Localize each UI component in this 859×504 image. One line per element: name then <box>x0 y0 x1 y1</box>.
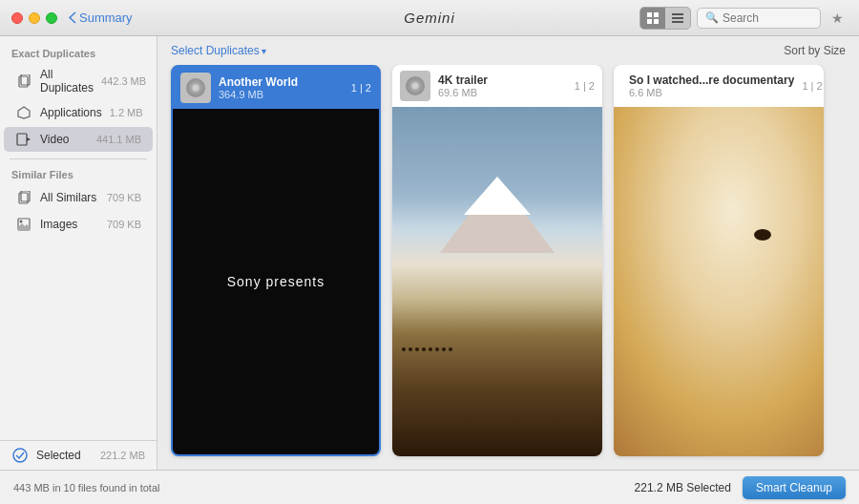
svg-rect-1 <box>654 12 659 17</box>
app-title-area: Gemini <box>404 10 455 26</box>
sidebar-label: All Similars <box>40 191 99 204</box>
card-preview <box>392 107 602 456</box>
minimize-button[interactable] <box>29 12 40 24</box>
card-header: So I watched...re documentary 6.6 MB 1 |… <box>614 65 824 107</box>
card-title: 4K trailer <box>438 74 567 87</box>
animal-dot <box>429 347 432 351</box>
sidebar-item-all-duplicates[interactable]: All Duplicates 442.3 MB <box>4 64 153 98</box>
view-toggle <box>639 7 691 30</box>
sidebar-label: Selected <box>36 449 93 462</box>
animal-dot <box>422 347 426 351</box>
search-icon: 🔍 <box>705 11 719 24</box>
status-right: 221.2 MB Selected Smart Cleanup <box>635 476 846 499</box>
app-icon <box>15 104 32 121</box>
card-title: So I watched...re documentary <box>629 74 794 87</box>
card-info: So I watched...re documentary 6.6 MB <box>629 74 794 98</box>
svg-rect-4 <box>672 13 683 15</box>
status-bar: 443 MB in 10 files found in total 221.2 … <box>0 470 859 504</box>
card-info: 4K trailer 69.6 MB <box>438 74 567 98</box>
checkmark-icon <box>11 447 29 464</box>
cards-grid: Another World 364.9 MB 1 | 2 Sony presen… <box>157 65 859 470</box>
svg-rect-10 <box>17 134 27 145</box>
svg-rect-3 <box>654 19 659 24</box>
animal-dot <box>435 347 439 351</box>
animals-row <box>392 347 602 351</box>
bookmark-button[interactable]: ★ <box>827 8 848 29</box>
card-badge: 1 | 2 <box>351 82 371 94</box>
svg-marker-9 <box>18 107 30 118</box>
content-toolbar: Select Duplicates ▾ Sort by Size <box>157 36 859 65</box>
sidebar-size: 1.2 MB <box>110 107 143 118</box>
sidebar-label: All Duplicates <box>40 68 94 94</box>
sidebar-item-video[interactable]: Video 441.1 MB <box>4 127 153 152</box>
select-duplicates-label: Select Duplicates <box>171 44 260 57</box>
sidebar-size: 442.3 MB <box>101 75 146 87</box>
card-preview <box>614 107 824 456</box>
close-button[interactable] <box>11 12 23 24</box>
svg-rect-5 <box>672 17 683 19</box>
status-info-text: 443 MB in 10 files found in total <box>13 482 159 494</box>
sidebar-size: 441.1 MB <box>96 134 141 145</box>
list-icon <box>672 12 683 24</box>
back-label: Summary <box>79 10 133 25</box>
sidebar-size: 221.2 MB <box>100 450 145 461</box>
dropdown-arrow-icon: ▾ <box>262 46 266 56</box>
card-info: Another World 364.9 MB <box>219 75 344 100</box>
copy-icon <box>15 73 32 90</box>
select-duplicates-button[interactable]: Select Duplicates ▾ <box>171 44 266 57</box>
animal-dot <box>409 347 412 351</box>
app-name: Gemini <box>404 10 455 26</box>
card-header: 4K trailer 69.6 MB 1 | 2 <box>392 65 602 107</box>
animal-dot <box>402 347 406 351</box>
search-bar[interactable]: 🔍 <box>697 8 821 29</box>
grid-view-button[interactable] <box>640 8 665 29</box>
svg-point-17 <box>13 449 27 462</box>
svg-marker-16 <box>18 223 30 230</box>
image-icon <box>15 216 32 233</box>
sidebar-label: Images <box>40 218 99 231</box>
animal-dot <box>415 347 419 351</box>
video-card-documentary[interactable]: So I watched...re documentary 6.6 MB 1 |… <box>614 65 824 456</box>
card-size: 69.6 MB <box>438 87 567 98</box>
traffic-lights <box>11 12 57 24</box>
list-view-button[interactable] <box>665 8 690 29</box>
svg-rect-6 <box>672 21 683 23</box>
video-icon <box>15 131 32 148</box>
sidebar-label: Applications <box>40 106 102 119</box>
card-badge: 1 | 2 <box>575 80 595 92</box>
card-preview: Sony presents <box>173 109 379 454</box>
animal-dot <box>449 347 452 351</box>
video-file-icon <box>400 71 430 101</box>
grid-icon <box>647 12 659 24</box>
card-badge: 1 | 2 <box>802 80 822 92</box>
sort-button[interactable]: Sort by Size <box>784 44 846 57</box>
copy-icon <box>15 189 32 206</box>
exact-duplicates-title: Exact Duplicates <box>0 44 157 63</box>
video-card-another-world[interactable]: Another World 364.9 MB 1 | 2 Sony presen… <box>171 65 381 456</box>
card-header: Another World 364.9 MB 1 | 2 <box>173 67 379 109</box>
smart-cleanup-button[interactable]: Smart Cleanup <box>743 476 846 499</box>
sidebar-item-applications[interactable]: Applications 1.2 MB <box>4 100 153 125</box>
svg-rect-2 <box>647 19 652 24</box>
video-file-icon <box>180 73 211 103</box>
card-size: 364.9 MB <box>219 89 344 100</box>
similar-files-title: Similar Files <box>0 165 157 184</box>
sidebar-divider <box>10 158 147 159</box>
mountain-snow <box>464 177 531 215</box>
svg-marker-11 <box>27 137 31 141</box>
video-card-4k-trailer[interactable]: 4K trailer 69.6 MB 1 | 2 <box>392 65 602 456</box>
svg-point-15 <box>20 220 23 223</box>
card-title: Another World <box>219 75 344 89</box>
cat-eye <box>754 229 771 241</box>
sidebar-size: 709 KB <box>107 219 141 230</box>
svg-rect-0 <box>647 12 652 17</box>
back-button[interactable]: Summary <box>69 10 133 25</box>
maximize-button[interactable] <box>46 12 57 24</box>
sidebar-item-images[interactable]: Images 709 KB <box>4 212 153 237</box>
sidebar-label: Video <box>40 133 89 146</box>
sidebar: Exact Duplicates All Duplicates 442.3 MB… <box>0 36 157 470</box>
sidebar-item-all-similars[interactable]: All Similars 709 KB <box>4 185 153 210</box>
titlebar: Summary Gemini 🔍 <box>0 0 859 36</box>
sidebar-selected-item[interactable]: Selected 221.2 MB <box>0 440 157 470</box>
search-input[interactable] <box>723 11 812 25</box>
